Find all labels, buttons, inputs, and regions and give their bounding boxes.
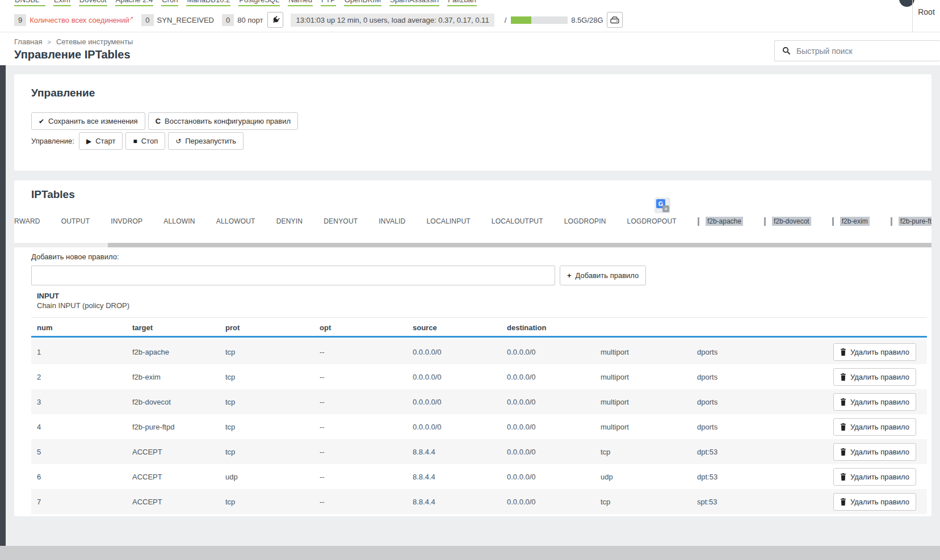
service-link[interactable]: DNSBL ↗ <box>14 0 45 6</box>
breadcrumb-section[interactable]: Сетевые инструменты <box>56 37 133 46</box>
cell-prot: tcp <box>225 498 320 506</box>
chain-tab[interactable]: DENYIN <box>276 217 303 225</box>
breadcrumb-home[interactable]: Главная <box>14 37 42 46</box>
chain-tab[interactable]: INVDROP <box>111 217 142 225</box>
cell-match: tcp <box>601 448 697 456</box>
delete-rule-button[interactable]: Удалить правило <box>833 493 916 511</box>
service-link[interactable]: MariaDB10.2 <box>186 0 230 6</box>
delete-rule-button[interactable]: Удалить правило <box>833 468 916 486</box>
control-label: Управление: <box>31 137 74 145</box>
col-destination: destination <box>507 323 601 332</box>
top-bar: DNSBL ↗ Exim Dovecot Apache 2.4 Cron <box>0 0 940 32</box>
service-link[interactable]: Cron <box>161 0 178 6</box>
col-source: source <box>413 323 507 332</box>
delete-rule-button[interactable]: Удалить правило <box>833 368 916 386</box>
plug-icon <box>270 14 282 26</box>
service-link[interactable]: Dovecot <box>79 0 107 6</box>
cell-source: 0.0.0.0/0 <box>413 373 507 381</box>
delete-rule-button[interactable]: Удалить правило <box>833 418 916 436</box>
port-count-badge: 0 <box>222 14 234 26</box>
service-link[interactable]: Apache 2.4 <box>115 0 154 6</box>
restart-icon: ↺ <box>175 137 181 145</box>
cell-match: tcp <box>601 498 697 506</box>
chain-tab[interactable]: INVALID <box>379 217 405 225</box>
service-label: Apache 2.4 <box>116 0 153 4</box>
cell-target: f2b-pure-ftpd <box>132 423 225 431</box>
page-title: Управление IPTables <box>14 48 131 61</box>
cell-prot: tcp <box>225 448 320 456</box>
restart-button[interactable]: ↺Перезапустить <box>168 132 244 150</box>
chain-tab-f2b[interactable]: f2b-exim <box>832 217 870 226</box>
chain-tab-f2b[interactable]: f2b-pure-ftpd <box>891 217 931 226</box>
cell-opt: -- <box>320 373 413 381</box>
search-icon <box>782 47 791 55</box>
cell-source: 8.8.4.4 <box>413 498 507 506</box>
delete-rule-button[interactable]: Удалить правило <box>833 393 916 411</box>
cell-match: multiport <box>601 373 697 381</box>
stop-button[interactable]: ■Стоп <box>125 132 165 150</box>
chain-tab[interactable]: OUTPUT <box>61 217 90 225</box>
stop-icon: ■ <box>133 137 137 145</box>
management-actions: ✔Сохранить все изменения CВосстановить к… <box>31 112 298 130</box>
chain-tab[interactable]: DENYOUT <box>324 217 358 225</box>
save-all-button[interactable]: ✔Сохранить все изменения <box>31 112 145 130</box>
chevron-right-icon: > <box>47 39 51 45</box>
cell-match: multiport <box>601 398 697 406</box>
rule-row: 1 f2b-apache tcp -- 0.0.0.0/0 0.0.0.0/0 … <box>31 339 927 364</box>
service-link[interactable]: PostgreSQL <box>238 0 280 6</box>
iptables-title: IPTables <box>31 188 75 201</box>
delete-rule-button[interactable]: Удалить правило <box>833 343 916 361</box>
service-link[interactable]: Fail2ban <box>447 0 477 6</box>
service-link[interactable]: Named <box>288 0 313 6</box>
chain-tab[interactable]: LOGDROPIN <box>564 217 606 225</box>
cell-match: udp <box>601 473 697 481</box>
trash-icon <box>840 473 846 481</box>
iptables-panel: IPTables G a RWARD OUTPUT INVDROP ALLOWI… <box>14 180 931 516</box>
tabs-scrollbar-thumb[interactable] <box>108 243 931 247</box>
chain-tab[interactable]: LOGDROPOUT <box>627 217 677 225</box>
cell-num: 2 <box>37 373 132 381</box>
rule-row: 6 ACCEPT udp -- 8.8.4.4 0.0.0.0/0 udp dp… <box>31 464 927 489</box>
memory-text: 8.5G/28G <box>571 16 603 24</box>
service-link[interactable]: SpamAssassin <box>389 0 439 6</box>
add-rule-input[interactable] <box>31 266 555 285</box>
service-link[interactable]: FTP <box>321 0 336 6</box>
cell-num: 5 <box>37 448 132 456</box>
service-link[interactable]: OpenDKIM <box>344 0 381 6</box>
rule-row: 7 ACCEPT tcp -- 8.8.4.4 0.0.0.0/0 tcp sp… <box>31 489 927 514</box>
cell-destination: 0.0.0.0/0 <box>507 473 601 481</box>
disk-button[interactable] <box>607 12 623 28</box>
cell-prot: tcp <box>225 373 320 381</box>
cell-target: ACCEPT <box>132 498 225 506</box>
trash-icon <box>840 448 846 456</box>
tabs-scrollbar-track[interactable] <box>14 243 931 247</box>
cell-target: ACCEPT <box>132 448 225 456</box>
chain-tab[interactable]: ALLOWIN <box>163 217 195 225</box>
management-panel: Управление ✔Сохранить все изменения CВос… <box>14 74 931 171</box>
cell-ports: dports <box>697 348 833 356</box>
restore-config-button[interactable]: CВосстановить конфигурацию правил <box>148 112 298 130</box>
chain-tab-f2b[interactable]: f2b-dovecot <box>764 217 811 226</box>
disk-icon <box>610 16 619 24</box>
chain-tab[interactable]: LOCALINPUT <box>426 217 470 225</box>
connections-link[interactable]: Количество всех соединений↗ <box>30 15 133 24</box>
add-rule-button[interactable]: +Добавить правило <box>560 266 646 285</box>
connections-plug-button[interactable] <box>267 12 283 28</box>
chain-tab-f2b[interactable]: f2b-apache <box>698 217 743 226</box>
service-label: FTP <box>321 0 335 4</box>
syn-label: SYN_RECEIVED <box>157 16 214 24</box>
sidebar-sliver <box>0 65 6 546</box>
chain-tab[interactable]: RWARD <box>14 217 40 225</box>
user-name[interactable]: Root <box>913 7 940 16</box>
delete-rule-button[interactable]: Удалить правило <box>833 443 916 461</box>
cell-ports: dports <box>697 398 833 406</box>
cell-num: 7 <box>37 498 132 506</box>
start-button[interactable]: ▶Старт <box>79 132 123 150</box>
search-input[interactable] <box>796 47 921 56</box>
google-translate-button[interactable]: G a <box>654 197 670 213</box>
service-label: PostgreSQL <box>239 0 279 4</box>
chain-tab[interactable]: LOCALOUTPUT <box>492 217 543 225</box>
chain-tab[interactable]: ALLOWOUT <box>216 217 255 225</box>
cell-match: multiport <box>601 423 697 431</box>
service-link[interactable]: Exim <box>53 0 71 6</box>
